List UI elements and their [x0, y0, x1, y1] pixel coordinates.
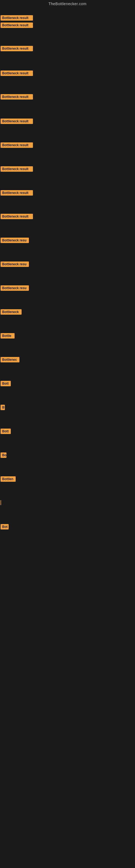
badge-row-13: Bottleneck resu: [1, 285, 29, 292]
badge-row-17: Bott: [1, 381, 11, 388]
badges-container: Bottleneck resultBottleneck resultBottle…: [0, 7, 135, 868]
bottleneck-badge-14[interactable]: Bottleneck: [1, 309, 21, 315]
badge-row-2: Bottleneck result: [1, 23, 33, 29]
bottleneck-badge-21[interactable]: Bottlen: [1, 476, 16, 482]
badge-row-11: Bottleneck resu: [1, 238, 29, 244]
badge-row-23: Bot: [1, 524, 9, 531]
badge-row-9: Bottleneck result: [1, 190, 33, 197]
bottleneck-badge-8[interactable]: Bottleneck result: [1, 166, 33, 172]
badge-row-3: Bottleneck result: [1, 46, 33, 52]
page-container: TheBottlenecker.com Bottleneck resultBot…: [0, 0, 135, 868]
badge-row-4: Bottleneck result: [1, 70, 33, 77]
badge-row-8: Bottleneck result: [1, 166, 33, 173]
badge-row-10: Bottleneck result: [1, 214, 33, 220]
bottleneck-badge-3[interactable]: Bottleneck result: [1, 46, 33, 51]
bottleneck-badge-15[interactable]: Bottle: [1, 333, 14, 339]
bottleneck-badge-1[interactable]: Bottleneck result: [1, 15, 33, 21]
badge-row-18: B: [1, 405, 5, 411]
badge-row-14: Bottleneck: [1, 309, 21, 316]
bottleneck-badge-9[interactable]: Bottleneck result: [1, 190, 33, 195]
badge-row-1: Bottleneck result: [1, 15, 33, 22]
bottleneck-badge-12[interactable]: Bottleneck resu: [1, 261, 29, 267]
badge-row-12: Bottleneck resu: [1, 261, 29, 268]
thin-line-22: [1, 500, 1, 505]
bottleneck-badge-4[interactable]: Bottleneck result: [1, 70, 33, 76]
bottleneck-badge-17[interactable]: Bott: [1, 381, 11, 386]
badge-row-7: Bottleneck result: [1, 143, 33, 149]
badge-row-6: Bottleneck result: [1, 119, 33, 125]
bottleneck-badge-10[interactable]: Bottleneck result: [1, 214, 33, 219]
bottleneck-badge-5[interactable]: Bottleneck result: [1, 94, 33, 99]
bottleneck-badge-13[interactable]: Bottleneck resu: [1, 285, 29, 291]
badge-row-15: Bottle: [1, 333, 14, 340]
bottleneck-badge-7[interactable]: Bottleneck result: [1, 143, 33, 148]
bottleneck-badge-18[interactable]: B: [1, 405, 5, 410]
bottleneck-badge-20[interactable]: Bo: [1, 453, 6, 458]
bottleneck-badge-6[interactable]: Bottleneck result: [1, 119, 33, 124]
bottleneck-badge-2[interactable]: Bottleneck result: [1, 23, 33, 28]
badge-row-19: Bott: [1, 429, 11, 435]
badge-row-20: Bo: [1, 453, 6, 459]
badge-row-5: Bottleneck result: [1, 94, 33, 101]
site-title: TheBottlenecker.com: [0, 0, 135, 7]
bottleneck-badge-23[interactable]: Bot: [1, 524, 9, 529]
bottleneck-badge-11[interactable]: Bottleneck resu: [1, 238, 29, 243]
bottleneck-badge-16[interactable]: Bottlenec: [1, 357, 19, 362]
badge-row-21: Bottlen: [1, 476, 16, 483]
badge-row-22: [1, 500, 1, 505]
bottleneck-badge-19[interactable]: Bott: [1, 429, 11, 434]
badge-row-16: Bottlenec: [1, 357, 19, 364]
